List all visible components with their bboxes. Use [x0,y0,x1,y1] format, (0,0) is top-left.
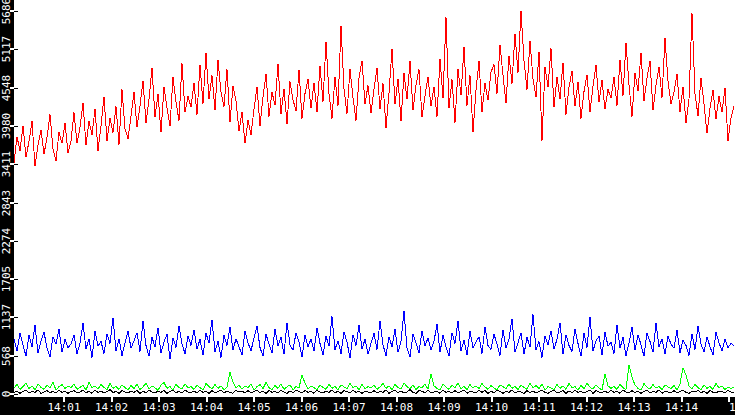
y-tick-nub [14,356,18,357]
x-tick-label: 14:13 [617,402,650,413]
y-tick-label: 1705 [1,266,12,293]
x-tick-label: 14:12 [570,402,603,413]
y-tick-nub [14,203,18,204]
y-tick-nub [14,11,18,12]
traffic-time-series-chart: 0568113717052274284334113980454851175686… [0,0,735,415]
x-tick-label: 14:08 [380,402,413,413]
x-tick-label: 14:11 [522,402,555,413]
x-axis: 14:0114:0214:0314:0414:0514:0614:0714:08… [0,397,735,415]
x-tick-label: 14:05 [237,402,270,413]
chart-series-canvas [14,0,735,397]
y-tick-label: 2843 [1,189,12,216]
y-tick-nub [14,317,18,318]
x-tick-label: 14:07 [332,402,365,413]
y-tick-nub [14,241,18,242]
y-tick-label: 3980 [1,113,12,140]
y-tick-nub [14,49,18,50]
y-tick-nub [14,279,18,280]
x-tick-label: 14:14 [665,402,698,413]
y-tick-label: 5686 [1,0,12,24]
blue-series-line [14,311,734,359]
x-tick-label: 14:04 [190,402,223,413]
x-tick-label: 14:06 [285,402,318,413]
y-tick-label: 5117 [1,36,12,63]
y-tick-label: 3411 [1,151,12,178]
y-tick-label: 568 [1,346,12,366]
y-tick-nub [14,88,18,89]
x-tick-label: 14:01 [47,402,80,413]
x-tick-label: 14:02 [95,402,128,413]
y-tick-label: 4548 [1,74,12,101]
y-tick-label: 2274 [1,228,12,255]
green-series-line [14,365,734,390]
x-tick-label: 14:03 [142,402,175,413]
x-tick-label-clipped: 1 [729,402,735,413]
y-tick-nub [14,164,18,165]
y-axis: 0568113717052274284334113980454851175686 [0,0,14,415]
red-series-line [14,11,734,166]
x-tick-label: 14:10 [475,402,508,413]
y-tick-nub [14,126,18,127]
y-tick-label: 1137 [1,304,12,331]
chart-plot-area [14,0,735,397]
x-tick-label: 14:09 [427,402,460,413]
y-tick-nub [14,394,18,395]
